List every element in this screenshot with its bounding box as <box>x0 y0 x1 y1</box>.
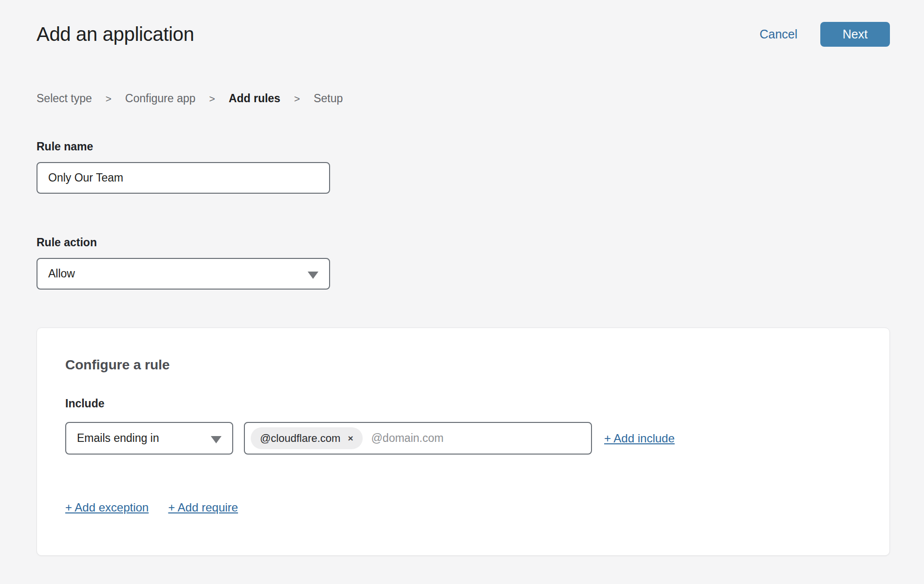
rule-name-input[interactable] <box>37 162 330 194</box>
email-domain-input[interactable] <box>371 432 585 445</box>
email-domain-chip: @cloudflare.com × <box>251 427 363 449</box>
header-actions: Cancel Next <box>759 22 890 47</box>
add-require-link[interactable]: + Add require <box>168 501 238 514</box>
add-application-page: Add an application Cancel Next Select ty… <box>0 0 924 556</box>
breadcrumb-separator: > <box>209 93 215 105</box>
breadcrumb: Select type > Configure app > Add rules … <box>37 92 890 105</box>
add-include-link[interactable]: + Add include <box>604 432 675 445</box>
rule-links-row: + Add exception + Add require <box>65 501 861 514</box>
breadcrumb-step-select-type[interactable]: Select type <box>37 92 92 105</box>
breadcrumb-step-configure-app[interactable]: Configure app <box>125 92 196 105</box>
include-type-selected-value: Emails ending in <box>77 432 159 445</box>
include-type-select[interactable]: Emails ending in <box>65 422 233 455</box>
chevron-down-icon <box>211 436 222 443</box>
configure-rule-title: Configure a rule <box>65 357 861 373</box>
breadcrumb-separator: > <box>106 93 111 105</box>
email-domain-tag-input[interactable]: @cloudflare.com × <box>244 422 592 455</box>
rule-name-label: Rule name <box>37 140 890 153</box>
page-title: Add an application <box>37 23 194 45</box>
breadcrumb-step-add-rules[interactable]: Add rules <box>229 92 280 105</box>
include-rule-row: Emails ending in @cloudflare.com × + Add… <box>65 422 861 455</box>
rule-action-select[interactable]: Allow <box>37 258 330 290</box>
chevron-down-icon <box>308 272 318 279</box>
remove-chip-icon[interactable]: × <box>348 434 353 443</box>
rule-action-label: Rule action <box>37 236 890 249</box>
configure-rule-card: Configure a rule Include Emails ending i… <box>37 328 890 556</box>
email-domain-chip-text: @cloudflare.com <box>260 432 340 445</box>
cancel-button[interactable]: Cancel <box>759 27 797 41</box>
breadcrumb-step-setup[interactable]: Setup <box>314 92 343 105</box>
page-header: Add an application Cancel Next <box>37 22 890 47</box>
include-label: Include <box>65 397 861 410</box>
add-exception-link[interactable]: + Add exception <box>65 501 148 514</box>
rule-action-selected-value: Allow <box>48 267 75 280</box>
next-button[interactable]: Next <box>820 22 890 47</box>
breadcrumb-separator: > <box>294 93 300 105</box>
